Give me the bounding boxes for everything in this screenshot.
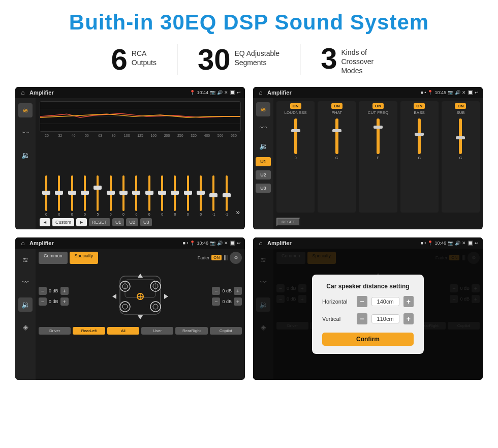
xover-u1-btn[interactable]: U1 bbox=[256, 157, 271, 166]
speaker-icon[interactable]: 🔉 bbox=[18, 148, 33, 162]
sp-minus-4[interactable]: − bbox=[212, 297, 220, 306]
sp-controls-area: − 0 dB + − 0 dB + bbox=[39, 268, 242, 324]
status-bar-4: ⌂ Amplifier ■ • 📍 10:46 📷🔊✕🔲↩ bbox=[253, 237, 483, 249]
sp-minus-3[interactable]: − bbox=[212, 287, 220, 295]
stat-eq-label: EQ AdjustableSegments bbox=[234, 45, 279, 67]
status-bar-2: ⌂ Amplifier ■ • 📍 10:45 📷🔊✕🔲↩ bbox=[253, 87, 483, 98]
stats-row: 6 RCAOutputs 30 EQ AdjustableSegments 3 … bbox=[15, 44, 483, 76]
xover-phat-label: PHAT bbox=[331, 110, 342, 115]
xover-phat-slider[interactable] bbox=[335, 118, 338, 154]
xover-u2-btn[interactable]: U2 bbox=[256, 170, 271, 180]
xover-bass-slider[interactable] bbox=[418, 118, 421, 154]
dialog-horizontal-plus[interactable]: + bbox=[403, 296, 414, 307]
screen-eq: ⌂ Amplifier 📍 10:44 📷🔊✕🔲↩ ≋ 〰 🔉 bbox=[15, 87, 245, 229]
xover-cutfreq-slider[interactable] bbox=[377, 118, 380, 154]
eq-arrows[interactable]: » bbox=[236, 208, 240, 216]
sp-btn-rearright[interactable]: RearRight bbox=[175, 327, 207, 335]
wave-icon[interactable]: 〰 bbox=[18, 126, 33, 140]
svg-marker-20 bbox=[164, 294, 168, 299]
xover-on-bass: ON bbox=[414, 103, 425, 109]
eq-sliders: 0 0 0 0 bbox=[40, 139, 241, 216]
sp-btn-all[interactable]: All bbox=[107, 327, 139, 335]
dialog-vertical-minus[interactable]: − bbox=[357, 313, 367, 324]
xover-spk-icon[interactable]: 🔉 bbox=[256, 139, 270, 153]
status-bar-1: ⌂ Amplifier 📍 10:44 📷🔊✕🔲↩ bbox=[15, 87, 245, 98]
xover-on-phat: ON bbox=[331, 103, 343, 109]
sp-btn-rearleft[interactable]: RearLeft bbox=[73, 327, 105, 335]
xover-bass-label: BASS bbox=[414, 110, 425, 115]
stat-rca: 6 RCAOutputs bbox=[91, 45, 177, 74]
eq-u2-btn[interactable]: U2 bbox=[126, 218, 138, 226]
eq-slider-8: 0 bbox=[131, 175, 142, 216]
status-bar-3: ⌂ Amplifier ■ • 📍 10:46 📷🔊✕🔲↩ bbox=[15, 237, 245, 249]
sp-spk-icon[interactable]: 🔉 bbox=[18, 297, 33, 312]
sp-side: ≋ 〰 🔉 ◈ bbox=[15, 249, 36, 380]
sp-eq-icon[interactable]: ≋ bbox=[18, 253, 33, 267]
xover-wave-icon[interactable]: 〰 bbox=[256, 121, 270, 135]
eq-prev-btn[interactable]: ◄ bbox=[40, 218, 50, 226]
sp-btn-copilot[interactable]: Copilot bbox=[210, 327, 242, 335]
sp-wave-icon[interactable]: 〰 bbox=[18, 275, 33, 289]
svg-marker-18 bbox=[138, 315, 143, 319]
dialog-horizontal-minus[interactable]: − bbox=[357, 296, 367, 307]
sp-plus-3[interactable]: + bbox=[234, 287, 242, 295]
confirm-button[interactable]: Confirm bbox=[322, 333, 414, 346]
eq-slider-4: 0 bbox=[79, 175, 90, 216]
sp-plus-4[interactable]: + bbox=[234, 297, 242, 306]
stat-eq-number: 30 bbox=[198, 45, 231, 74]
home-icon: ⌂ bbox=[19, 89, 26, 96]
xover-loudness-slider[interactable] bbox=[294, 118, 297, 154]
sp-minus-2[interactable]: − bbox=[39, 297, 47, 306]
xover-loudness: ON LOUDNESS 0 bbox=[276, 101, 315, 213]
screen3-title: Amplifier bbox=[29, 240, 179, 246]
eq-slider-7: 0 bbox=[118, 175, 129, 216]
xover-eq-icon[interactable]: ≋ bbox=[256, 102, 270, 116]
eq-reset-btn[interactable]: RESET bbox=[89, 218, 110, 226]
sp-plus-2[interactable]: + bbox=[60, 297, 69, 306]
eq-slider-1: 0 bbox=[41, 175, 52, 216]
dialog-vertical-plus[interactable]: + bbox=[403, 313, 414, 324]
sp-plus-1[interactable]: + bbox=[60, 287, 69, 295]
settings-icon[interactable]: ⚙ bbox=[230, 252, 242, 264]
sp-center-diagram bbox=[73, 268, 208, 324]
xover-u3-btn[interactable]: U3 bbox=[256, 184, 271, 193]
eq-freq-labels: 25 32 40 50 63 80 100 125 160 200 250 32… bbox=[40, 134, 241, 137]
sp-db-row-1: − 0 dB + bbox=[39, 287, 69, 295]
svg-point-12 bbox=[150, 302, 161, 312]
eq-u3-btn[interactable]: U3 bbox=[140, 218, 152, 226]
home-icon-3: ⌂ bbox=[19, 240, 26, 247]
eq-graph bbox=[40, 101, 241, 132]
sp-minus-1[interactable]: − bbox=[39, 287, 47, 295]
eq-play-btn[interactable]: ► bbox=[76, 218, 87, 226]
svg-point-10 bbox=[120, 302, 130, 312]
dialog-horizontal-value: 140cm bbox=[371, 297, 399, 306]
status-icons-1: 📍 10:44 📷🔊✕🔲↩ bbox=[190, 90, 241, 95]
sp-db-val-2: 0 dB bbox=[49, 299, 58, 304]
eq-slider-5: 5 bbox=[92, 175, 103, 216]
xover-cutfreq-label: CUT FREQ bbox=[368, 110, 389, 115]
tab-specialty[interactable]: Specialty bbox=[70, 252, 99, 264]
sp-btn-driver[interactable]: Driver bbox=[39, 327, 71, 335]
eq-slider-10: 0 bbox=[157, 175, 168, 216]
screen1-title: Amplifier bbox=[29, 89, 186, 96]
status-icons-2: ■ • 📍 10:45 📷🔊✕🔲↩ bbox=[420, 90, 479, 95]
sp-vol-icon[interactable]: ◈ bbox=[18, 320, 33, 334]
status-icons-4: ■ • 📍 10:46 📷🔊✕🔲↩ bbox=[420, 241, 479, 246]
screen-speaker: ⌂ Amplifier ■ • 📍 10:46 📷🔊✕🔲↩ ≋ 〰 🔉 ◈ bbox=[15, 237, 245, 380]
xover-reset-btn[interactable]: RESET bbox=[276, 218, 300, 226]
xover-modules-row: ON LOUDNESS 0 ON PHAT bbox=[276, 101, 480, 213]
xover-sub-slider[interactable] bbox=[459, 118, 462, 154]
tab-common[interactable]: Common bbox=[39, 252, 68, 264]
screen4-title: Amplifier bbox=[267, 240, 417, 246]
xover-loudness-label: LOUDNESS bbox=[285, 110, 307, 115]
eq-preset-label[interactable]: Custom bbox=[52, 218, 74, 226]
eq-icon[interactable]: ≋ bbox=[18, 103, 33, 117]
dialog-horizontal-row: Horizontal − 140cm + bbox=[322, 296, 414, 307]
home-icon-2: ⌂ bbox=[257, 89, 264, 96]
sp-btn-user[interactable]: User bbox=[141, 327, 173, 335]
screen3-content: ≋ 〰 🔉 ◈ Common Specialty Fader ON ||| bbox=[15, 249, 245, 380]
stat-rca-label: RCAOutputs bbox=[132, 45, 157, 67]
sp-tabs: Common Specialty Fader ON ||| ⚙ bbox=[39, 252, 242, 264]
screen1-content: ≋ 〰 🔉 bbox=[15, 98, 245, 229]
eq-u1-btn[interactable]: U1 bbox=[112, 218, 124, 226]
